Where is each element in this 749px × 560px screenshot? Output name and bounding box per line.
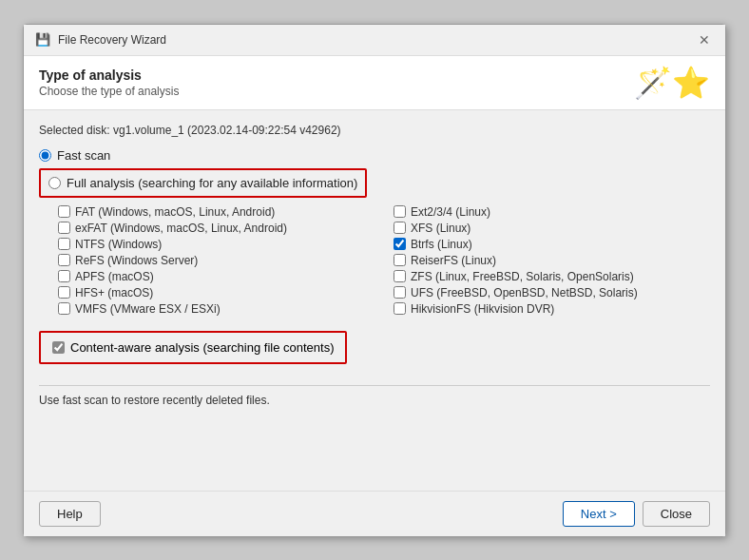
full-analysis-box: Full analysis (searching for any availab… [39, 168, 367, 198]
exfat-checkbox[interactable] [58, 222, 70, 234]
window-close-button[interactable]: ✕ [695, 32, 714, 48]
zfs-checkbox[interactable] [394, 270, 406, 282]
list-item[interactable]: ReFS (Windows Server) [58, 254, 374, 267]
list-item[interactable]: UFS (FreeBSD, OpenBSD, NetBSD, Solaris) [394, 286, 710, 299]
zfs-label: ZFS (Linux, FreeBSD, Solaris, OpenSolari… [411, 270, 634, 283]
ntfs-checkbox[interactable] [58, 238, 70, 250]
fat-checkbox[interactable] [58, 205, 70, 218]
list-item[interactable]: NTFS (Windows) [58, 238, 374, 251]
list-item[interactable]: ReiserFS (Linux) [394, 254, 710, 267]
footer-right: Next > Close [563, 501, 710, 527]
footer: Help Next > Close [24, 491, 725, 536]
next-button[interactable]: Next > [563, 501, 635, 527]
header-text: Type of analysis Choose the type of anal… [39, 68, 179, 98]
xfs-label: XFS (Linux) [411, 222, 471, 235]
divider [39, 385, 710, 386]
full-analysis-label: Full analysis (searching for any availab… [67, 176, 357, 190]
ufs-checkbox[interactable] [394, 286, 406, 299]
list-item[interactable]: ZFS (Linux, FreeBSD, Solaris, OpenSolari… [394, 270, 710, 283]
vmfs-checkbox[interactable] [58, 302, 70, 315]
hfsplus-label: HFS+ (macOS) [75, 286, 153, 299]
dialog-window: 💾 File Recovery Wizard ✕ Type of analysi… [23, 24, 726, 537]
vmfs-label: VMFS (VMware ESX / ESXi) [75, 302, 221, 316]
list-item[interactable]: XFS (Linux) [394, 222, 710, 235]
content-aware-box: Content-aware analysis (searching file c… [39, 331, 347, 364]
list-item[interactable]: HFS+ (macOS) [58, 286, 374, 299]
reiserfs-checkbox[interactable] [394, 254, 406, 266]
ext234-checkbox[interactable] [394, 205, 406, 218]
app-icon: 💾 [35, 32, 50, 48]
hint-text: Use fast scan to restore recently delete… [39, 394, 710, 407]
refs-checkbox[interactable] [58, 254, 70, 266]
reiserfs-label: ReiserFS (Linux) [411, 254, 496, 267]
fast-scan-radio[interactable] [39, 149, 51, 162]
title-bar: 💾 File Recovery Wizard ✕ [24, 25, 725, 56]
xfs-checkbox[interactable] [394, 222, 406, 234]
list-item[interactable]: FAT (Windows, macOS, Linux, Android) [58, 205, 374, 219]
list-item[interactable]: HikvisionFS (Hikvision DVR) [394, 302, 710, 316]
apfs-label: APFS (macOS) [75, 270, 154, 283]
ufs-label: UFS (FreeBSD, OpenBSD, NetBSD, Solaris) [411, 286, 638, 299]
list-item[interactable]: Ext2/3/4 (Linux) [394, 205, 710, 219]
filesystems-grid: FAT (Windows, macOS, Linux, Android) Ext… [58, 205, 710, 316]
selected-disk-info: Selected disk: vg1.volume_1 (2023.02.14-… [39, 124, 710, 137]
fat-label: FAT (Windows, macOS, Linux, Android) [75, 205, 275, 219]
exfat-label: exFAT (Windows, macOS, Linux, Android) [75, 222, 287, 235]
hfsplus-checkbox[interactable] [58, 286, 70, 299]
close-button[interactable]: Close [643, 501, 710, 527]
help-button[interactable]: Help [39, 501, 101, 527]
header-section: Type of analysis Choose the type of anal… [24, 56, 725, 110]
content-aware-checkbox[interactable] [52, 341, 65, 354]
hikvision-checkbox[interactable] [394, 302, 406, 315]
list-item[interactable]: APFS (macOS) [58, 270, 374, 283]
ext234-label: Ext2/3/4 (Linux) [411, 205, 490, 219]
refs-label: ReFS (Windows Server) [75, 254, 198, 267]
hikvision-label: HikvisionFS (Hikvision DVR) [411, 302, 554, 316]
list-item[interactable]: VMFS (VMware ESX / ESXi) [58, 302, 374, 316]
page-title: Type of analysis [39, 68, 179, 83]
title-bar-text: File Recovery Wizard [58, 33, 166, 47]
list-item[interactable]: Btrfs (Linux) [394, 238, 710, 251]
fast-scan-option[interactable]: Fast scan [39, 148, 710, 163]
apfs-checkbox[interactable] [58, 270, 70, 282]
content-aware-label: Content-aware analysis (searching file c… [70, 340, 334, 355]
btrfs-label: Btrfs (Linux) [411, 238, 472, 251]
content-area: Selected disk: vg1.volume_1 (2023.02.14-… [24, 110, 725, 491]
wizard-icon: 🪄⭐ [634, 68, 710, 98]
ntfs-label: NTFS (Windows) [75, 238, 162, 251]
title-bar-left: 💾 File Recovery Wizard [35, 32, 166, 48]
full-analysis-radio[interactable] [48, 177, 61, 189]
btrfs-checkbox[interactable] [394, 238, 406, 250]
fast-scan-label: Fast scan [57, 148, 110, 163]
list-item[interactable]: exFAT (Windows, macOS, Linux, Android) [58, 222, 374, 235]
page-subtitle: Choose the type of analysis [39, 85, 179, 98]
